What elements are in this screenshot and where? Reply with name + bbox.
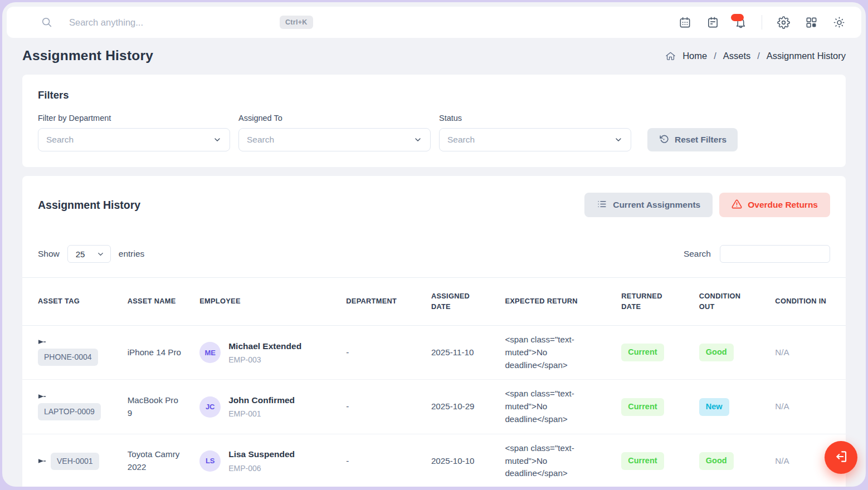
breadcrumb-separator: / xyxy=(714,51,716,61)
reset-filters-button[interactable]: Reset Filters xyxy=(647,128,738,151)
assigned-to-filter-label: Assigned To xyxy=(238,114,431,122)
shortcut-badge: Ctrl+K xyxy=(280,16,313,29)
col-condition-in: CONDITION IN xyxy=(766,278,846,326)
theme-sun-icon[interactable] xyxy=(832,16,846,29)
asset-name: iPhone 14 Pro xyxy=(119,326,191,380)
flag-icon xyxy=(38,339,46,345)
col-asset-name: ASSET NAME xyxy=(119,278,191,326)
table-search-label: Search xyxy=(684,249,711,259)
employee-id: EMP-006 xyxy=(228,463,295,474)
list-icon xyxy=(597,199,607,212)
chevron-down-icon xyxy=(413,135,422,144)
department: - xyxy=(337,326,422,380)
employee-name: Michael Extended xyxy=(228,340,301,352)
search-icon xyxy=(40,16,53,29)
page-size-select[interactable]: 25 xyxy=(67,245,111,263)
chevron-down-icon xyxy=(213,135,222,144)
home-icon[interactable] xyxy=(665,51,676,61)
asset-name: MacBook Pro 9 xyxy=(119,380,191,434)
breadcrumb-separator: / xyxy=(757,51,760,61)
status-filter-label: Status xyxy=(439,114,631,122)
col-employee: EMPLOYEE xyxy=(191,278,337,326)
warning-triangle-icon xyxy=(732,199,742,212)
col-returned-date: RETURNED DATE xyxy=(612,278,690,326)
history-heading: Assignment History xyxy=(38,199,140,212)
col-expected-return: EXPECTED RETURN xyxy=(496,278,612,326)
bell-icon[interactable] xyxy=(734,16,747,29)
settings-gear-icon[interactable] xyxy=(777,16,790,29)
col-condition-out: CONDITION OUT xyxy=(690,278,767,326)
select-placeholder: Search xyxy=(46,135,74,145)
employee-name: John Confirmed xyxy=(228,394,295,406)
show-label: Show xyxy=(38,249,60,259)
col-assigned-date: ASSIGNED DATE xyxy=(422,278,496,326)
avatar: ME xyxy=(199,342,221,363)
reset-icon xyxy=(659,134,669,146)
assigned-date: 2025-10-10 xyxy=(422,434,496,487)
table-header-row: ASSET TAG ASSET NAME EMPLOYEE DEPARTMENT… xyxy=(22,278,846,326)
expected-return: <span class="text-muted">No deadline</sp… xyxy=(496,326,612,380)
asset-tag-badge: VEH-0001 xyxy=(51,453,99,470)
filters-card: Filters Filter by Department Search Assi… xyxy=(22,75,846,167)
expected-return: <span class="text-muted">No deadline</sp… xyxy=(496,380,612,434)
clipboard-icon[interactable] xyxy=(706,16,719,29)
assigned-to-filter-select[interactable]: Search xyxy=(238,128,431,151)
page-title: Assignment History xyxy=(22,48,153,63)
topbar: Ctrl+K xyxy=(7,7,861,38)
table-search-input[interactable] xyxy=(720,245,830,263)
expected-return: <span class="text-muted">No deadline</sp… xyxy=(496,434,612,487)
overdue-returns-label: Overdue Returns xyxy=(748,200,818,210)
condition-in: N/A xyxy=(766,380,846,434)
flag-icon xyxy=(38,458,46,464)
condition-out-badge: Good xyxy=(699,452,734,470)
flag-icon xyxy=(38,394,46,400)
employee-id: EMP-001 xyxy=(228,408,295,420)
status-filter-select[interactable]: Search xyxy=(439,128,631,151)
calendar-icon[interactable] xyxy=(678,16,691,29)
chevron-down-icon xyxy=(96,250,105,258)
department-filter-label: Filter by Department xyxy=(38,114,230,122)
assignment-history-table: ASSET TAG ASSET NAME EMPLOYEE DEPARTMENT… xyxy=(22,277,846,487)
avatar: LS xyxy=(199,450,221,472)
condition-out-badge: New xyxy=(699,398,729,416)
logout-icon xyxy=(834,449,849,465)
returned-date-badge: Current xyxy=(621,452,664,470)
breadcrumb-assets[interactable]: Assets xyxy=(723,51,751,61)
breadcrumb: Home / Assets / Assignment History xyxy=(665,51,846,61)
global-search-input[interactable] xyxy=(69,17,264,28)
page-size-value: 25 xyxy=(76,249,85,259)
overdue-returns-button[interactable]: Overdue Returns xyxy=(719,193,830,217)
entries-label: entries xyxy=(119,249,145,259)
select-placeholder: Search xyxy=(447,135,475,145)
condition-in: N/A xyxy=(766,326,846,380)
employee-name: Lisa Suspended xyxy=(228,448,295,460)
filters-heading: Filters xyxy=(38,89,830,101)
department: - xyxy=(337,434,422,487)
current-assignments-button[interactable]: Current Assignments xyxy=(584,193,713,217)
notification-badge xyxy=(731,14,744,21)
table-row[interactable]: LAPTOP-0009 MacBook Pro 9 JC John Confir… xyxy=(22,380,846,434)
asset-tag-badge: PHONE-0004 xyxy=(38,349,98,366)
table-row[interactable]: PHONE-0004 iPhone 14 Pro ME Michael Exte… xyxy=(22,326,846,380)
table-row[interactable]: VEH-0001 Toyota Camry 2022 LS Lisa Suspe… xyxy=(22,434,846,487)
asset-tag-badge: LAPTOP-0009 xyxy=(38,403,101,420)
condition-out-badge: Good xyxy=(699,344,734,361)
avatar: JC xyxy=(199,396,221,418)
apps-grid-icon[interactable] xyxy=(804,16,818,29)
asset-name: Toyota Camry 2022 xyxy=(119,434,191,487)
returned-date-badge: Current xyxy=(621,344,664,361)
app-window: Ctrl+K xyxy=(2,2,866,487)
department-filter-select[interactable]: Search xyxy=(38,128,230,151)
assigned-date: 2025-10-29 xyxy=(422,380,496,434)
select-placeholder: Search xyxy=(247,135,274,145)
current-assignments-label: Current Assignments xyxy=(613,200,700,210)
col-department: DEPARTMENT xyxy=(337,278,422,326)
chevron-down-icon xyxy=(614,135,623,144)
col-asset-tag: ASSET TAG xyxy=(22,278,119,326)
breadcrumb-home[interactable]: Home xyxy=(682,51,707,61)
topbar-divider xyxy=(762,15,762,30)
employee-id: EMP-003 xyxy=(228,354,301,366)
logout-fab-button[interactable] xyxy=(825,441,857,474)
department: - xyxy=(337,380,422,434)
assigned-date: 2025-11-10 xyxy=(422,326,496,380)
